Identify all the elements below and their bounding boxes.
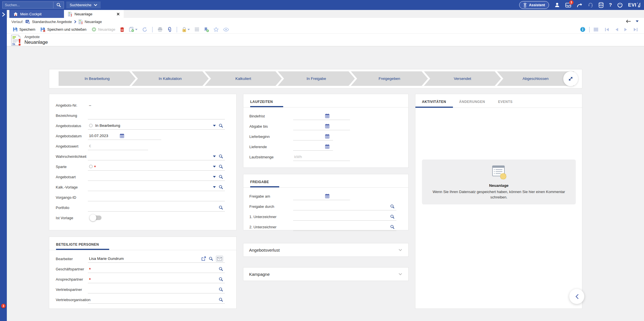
next-record-button[interactable] <box>622 27 629 32</box>
sparte-select[interactable]: * <box>88 163 225 171</box>
lookup-icon[interactable] <box>219 205 223 210</box>
portfolio-lookup[interactable] <box>88 204 225 212</box>
watch-button[interactable] <box>221 27 231 32</box>
tab-mein-cockpit[interactable]: Mein Cockpit <box>9 10 64 18</box>
vertriebspartner-lookup[interactable] <box>88 286 225 293</box>
tab-aktivitaeten[interactable]: AKTIVITÄTEN <box>422 100 446 107</box>
add-bookmark-button[interactable] <box>202 26 211 33</box>
angebotsstatus-select[interactable]: In Bearbeitung <box>88 122 225 130</box>
list-view-button[interactable] <box>193 26 201 32</box>
abgabe-bis-date-input[interactable] <box>293 123 350 130</box>
user-profile-icon[interactable] <box>554 2 560 8</box>
bindefrist-date-input[interactable] <box>293 112 350 120</box>
lookup-icon[interactable] <box>219 297 223 302</box>
breadcrumb-item[interactable]: Standardsuche Angebote <box>32 20 72 24</box>
history-dropdown-icon[interactable] <box>635 20 639 22</box>
logout-icon[interactable] <box>617 2 623 8</box>
dropdown-icon[interactable] <box>213 165 216 168</box>
rail-notification-badge[interactable]: 3 <box>1 304 6 308</box>
delete-button[interactable] <box>118 26 126 33</box>
workflow-step-freigegeben[interactable]: Freigegeben <box>351 71 428 86</box>
copy-record-button[interactable] <box>127 26 139 33</box>
attachment-button[interactable] <box>165 26 173 33</box>
previous-record-button[interactable] <box>613 27 620 32</box>
database-icon[interactable] <box>599 2 604 8</box>
workflow-step-in-kalkulation[interactable]: In Kalkulation <box>132 71 209 86</box>
geschaeftspartner-lookup[interactable]: * <box>88 265 225 273</box>
unterzeichner-2-lookup[interactable] <box>293 223 396 231</box>
help-icon[interactable]: ? <box>609 2 612 8</box>
wahrscheinlichkeit-select[interactable] <box>88 153 225 160</box>
lookup-icon[interactable] <box>219 185 223 189</box>
section-kampagne[interactable]: Kampagne <box>243 267 409 281</box>
dropdown-icon[interactable] <box>213 176 216 178</box>
info-button[interactable] <box>578 26 587 33</box>
chevron-down-icon[interactable] <box>135 29 138 30</box>
laufzeitmenge-input[interactable] <box>294 155 348 159</box>
refresh-button[interactable] <box>140 26 149 33</box>
redo-icon[interactable] <box>577 3 583 8</box>
angebotswert-input[interactable] <box>89 144 146 148</box>
close-icon[interactable] <box>117 13 120 16</box>
ansprechpartner-lookup[interactable]: * <box>88 276 225 283</box>
unterzeichner-1-lookup[interactable] <box>293 213 396 221</box>
search-input[interactable] <box>5 3 51 7</box>
lookup-icon[interactable] <box>219 154 223 159</box>
chevron-down-icon[interactable] <box>398 272 403 276</box>
save-and-close-button[interactable]: Speichern und schließen <box>38 26 88 33</box>
lookup-icon[interactable] <box>219 277 223 281</box>
email-icon[interactable] <box>216 256 223 262</box>
angebotsart-select[interactable] <box>88 173 225 181</box>
open-record-icon[interactable] <box>201 256 206 261</box>
calendar-icon[interactable] <box>325 124 330 129</box>
rail-expand-icon[interactable] <box>1 12 5 17</box>
dropdown-icon[interactable] <box>213 186 216 188</box>
lookup-icon[interactable] <box>219 164 223 169</box>
bezeichnung-input[interactable] <box>89 113 223 117</box>
angebotsdatum-input[interactable]: 10.07.2023 <box>88 132 161 140</box>
lookup-icon[interactable] <box>219 267 223 271</box>
workflow-step-versendet[interactable]: Versendet <box>424 71 501 86</box>
section-angebotsverlust[interactable]: Angebotsverlust <box>243 243 409 257</box>
lieferende-date-input[interactable] <box>293 143 333 151</box>
lookup-icon[interactable] <box>219 175 223 179</box>
last-record-button[interactable] <box>631 27 639 32</box>
dropdown-icon[interactable] <box>213 125 216 127</box>
workflow-step-abgeschlossen[interactable]: Abgeschlossen <box>497 71 574 86</box>
headset-icon[interactable] <box>588 2 593 8</box>
workflow-step-in-freigabe[interactable]: In Freigabe <box>278 71 355 86</box>
save-button[interactable]: Speichern <box>11 26 37 33</box>
new-record-button[interactable]: Neuanlage <box>90 26 117 33</box>
search-button[interactable] <box>53 1 64 9</box>
lookup-icon[interactable] <box>219 123 223 128</box>
menu-button[interactable] <box>592 27 600 32</box>
lookup-icon[interactable] <box>219 287 223 292</box>
tab-neuanlage[interactable]: Neuanlage <box>64 10 124 18</box>
vertriebsorganisation-lookup[interactable] <box>88 296 225 304</box>
freigabe-am-date-input[interactable] <box>293 192 350 200</box>
lookup-icon[interactable] <box>209 256 213 261</box>
freigabe-durch-lookup[interactable] <box>293 203 396 210</box>
ist-vorlage-toggle[interactable] <box>90 216 102 220</box>
back-arrow-icon[interactable] <box>626 20 631 23</box>
panel-collapse-button[interactable] <box>569 289 584 304</box>
vorgangs-id-input[interactable] <box>89 195 223 199</box>
calendar-icon[interactable] <box>325 194 330 198</box>
lookup-icon[interactable] <box>390 214 395 219</box>
favorite-button[interactable] <box>212 26 220 33</box>
workflow-step-in-bearbeitung[interactable]: In Bearbeitung <box>59 71 136 86</box>
dropdown-icon[interactable] <box>213 155 216 158</box>
lookup-icon[interactable] <box>390 225 395 229</box>
global-search[interactable] <box>2 1 53 9</box>
calendar-icon[interactable] <box>325 113 330 118</box>
calendar-icon[interactable] <box>325 144 330 149</box>
workflow-step-kalkuliert[interactable]: Kalkuliert <box>205 71 282 86</box>
bearbeiter-lookup[interactable]: Lisa Marie Gundrum <box>88 255 225 263</box>
tab-aenderungen[interactable]: ÄNDERUNGEN <box>459 100 485 107</box>
print-button[interactable] <box>156 26 164 33</box>
kalk-vorlage-select[interactable] <box>88 183 225 191</box>
workflow-expand-button[interactable] <box>563 71 578 86</box>
assistant-button[interactable]: Assistent <box>519 1 549 9</box>
calendar-icon[interactable] <box>325 134 330 139</box>
first-record-button[interactable] <box>603 27 611 32</box>
